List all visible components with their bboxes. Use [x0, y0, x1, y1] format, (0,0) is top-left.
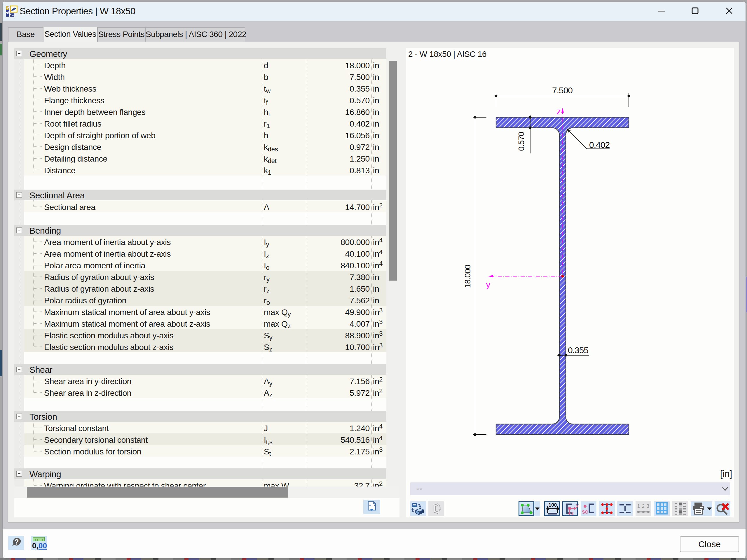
svg-text:00: 00	[38, 541, 47, 550]
svg-text:100: 100	[548, 502, 557, 508]
svg-text:18.000: 18.000	[463, 265, 472, 288]
svg-text:0,: 0,	[32, 541, 38, 550]
svg-text:0.570: 0.570	[517, 132, 526, 151]
svg-text:y: y	[486, 280, 490, 289]
svg-text:7.500: 7.500	[552, 85, 572, 95]
svg-text:6: 6	[6, 5, 9, 11]
svg-text:z: z	[571, 511, 574, 515]
svg-text:sc: sc	[582, 508, 588, 515]
svg-text:0.355: 0.355	[568, 345, 588, 355]
svg-text:y: y	[576, 503, 578, 508]
svg-text:0.402: 0.402	[589, 140, 610, 150]
svg-text:*.*: *.*	[369, 504, 376, 508]
svg-text:?: ?	[14, 538, 19, 546]
svg-text:1: 1	[637, 504, 640, 509]
svg-text:2: 2	[642, 504, 645, 509]
svg-text:z: z	[557, 106, 561, 116]
svg-text:3: 3	[647, 504, 649, 509]
